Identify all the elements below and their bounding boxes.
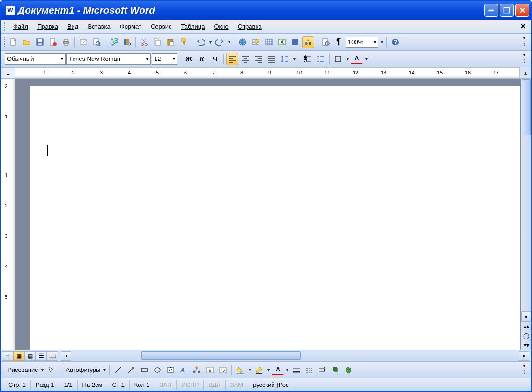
outline-view-button[interactable]: ☰ [36,351,47,361]
outside-border-button[interactable] [332,53,344,65]
document-map-button[interactable] [319,36,332,48]
close-document-button[interactable]: × [517,22,528,31]
align-center-button[interactable] [239,53,251,65]
font-color-button[interactable]: A [351,54,363,64]
insert-picture-button[interactable] [217,364,229,376]
vertical-scrollbar[interactable]: ▾ ▴▴ ◯ ▾▾ [521,79,531,350]
web-layout-view-button[interactable]: ▤ [24,351,36,361]
bold-button[interactable]: Ж [183,53,195,65]
clipart-button[interactable] [204,364,216,376]
line-button[interactable] [112,364,124,376]
fmt-toolbar-options[interactable] [520,53,528,65]
font-color-dropdown[interactable] [364,53,369,65]
horizontal-ruler[interactable]: 1 2 3 4 5 6 7 8 9 10 11 12 13 14 15 16 1… [15,67,520,78]
oval-button[interactable] [151,364,163,376]
align-justify-button[interactable] [266,53,278,65]
autoshapes-dropdown[interactable] [102,364,107,376]
zoom-combo[interactable]: 100%▾ [346,37,378,48]
wordart-button[interactable]: A [177,364,190,376]
draw-toolbar-options[interactable] [520,364,528,376]
numbered-list-button[interactable]: 123 [302,53,314,65]
horizontal-scrollbar[interactable]: ◂ ▸ [61,351,529,361]
drawing-button[interactable] [302,36,314,48]
format-painter-button[interactable] [177,36,190,48]
vertical-ruler[interactable]: 2 1 1 2 3 4 5 [1,79,15,350]
vscroll-thumb[interactable] [522,79,531,135]
menu-window[interactable]: Окно [209,21,233,32]
show-paragraph-button[interactable]: ¶ [332,36,345,48]
font-size-combo[interactable]: 12▾ [152,53,177,65]
insert-excel-button[interactable]: X [276,36,288,48]
underline-button[interactable]: Ч [209,53,221,65]
font-color-button-draw[interactable]: A [272,365,284,375]
style-combo[interactable]: Обычный▾ [5,53,66,65]
scroll-right-button[interactable]: ▸ [519,351,529,361]
line-spacing-button[interactable] [279,53,291,65]
italic-button[interactable]: К [196,53,208,65]
toolbar-grip[interactable] [4,37,6,47]
research-button[interactable] [121,36,133,48]
close-button[interactable]: ✕ [515,4,529,17]
line-color-dropdown[interactable] [266,364,271,376]
toolbar-options[interactable] [520,36,528,48]
select-objects-button[interactable] [45,364,58,376]
dash-style-button[interactable] [303,364,316,376]
email-button[interactable] [77,36,89,48]
print-preview-button[interactable] [90,36,103,48]
next-page-button[interactable]: ▾▾ [521,340,531,350]
status-language[interactable]: русский (Рос [248,380,294,390]
diagram-button[interactable] [191,364,203,376]
permission-button[interactable] [47,36,59,48]
new-document-button[interactable] [7,36,20,48]
menu-view[interactable]: Вид [63,21,83,32]
tables-borders-button[interactable] [250,36,262,48]
fill-color-dropdown[interactable] [247,364,252,376]
rectangle-button[interactable] [138,364,150,376]
menubar-grip[interactable] [4,22,6,31]
status-trk[interactable]: ИСПР [177,380,204,390]
bullet-list-button[interactable] [315,53,327,65]
menu-format[interactable]: Формат [115,21,146,32]
autoshapes-menu[interactable]: Автофигуры [63,364,101,375]
maximize-button[interactable]: ❐ [500,4,514,17]
columns-button[interactable] [289,36,301,48]
browse-object-button[interactable]: ◯ [521,331,531,340]
zoom-dropdown[interactable] [379,36,384,48]
shadow-button[interactable] [330,364,342,376]
open-button[interactable] [21,36,33,48]
print-button[interactable] [60,36,72,48]
redo-dropdown[interactable] [227,36,231,48]
font-combo[interactable]: Times New Roman▾ [66,53,151,65]
status-rec[interactable]: ЗАП [155,380,177,390]
3d-button[interactable] [343,364,355,376]
normal-view-button[interactable]: ≡ [2,351,13,361]
menu-tools[interactable]: Сервис [146,21,177,32]
spellcheck-button[interactable]: ABC [108,36,120,48]
cut-button[interactable] [138,36,150,48]
paste-button[interactable] [164,36,177,48]
menu-edit[interactable]: Правка [33,21,63,32]
status-ext[interactable]: ВДЛ [204,380,226,390]
help-button[interactable]: ? [389,36,401,48]
scroll-up-button[interactable]: ▴ [520,67,531,78]
fill-color-button[interactable] [234,364,246,376]
menu-table[interactable]: Таблица [176,21,209,32]
font-color-dropdown-draw[interactable] [285,364,289,376]
drawing-menu[interactable]: Рисование [5,364,39,375]
align-left-button[interactable] [226,53,238,65]
status-ovr[interactable]: ЗАМ [226,380,248,390]
hscroll-thumb[interactable] [141,351,301,360]
insert-table-button[interactable] [263,36,275,48]
undo-dropdown[interactable] [208,36,213,48]
document-area[interactable] [15,79,521,350]
copy-button[interactable] [151,36,163,48]
hyperlink-button[interactable] [236,36,249,48]
menu-help[interactable]: Справка [233,21,266,32]
align-right-button[interactable] [252,53,265,65]
line-spacing-dropdown[interactable] [292,53,296,65]
reading-view-button[interactable]: 📖 [47,351,58,361]
menu-insert[interactable]: Вставка [83,21,115,32]
redo-button[interactable] [214,36,226,48]
arrow-button[interactable] [125,364,137,376]
titlebar[interactable]: W Документ1 - Microsoft Word ━ ❐ ✕ [1,1,531,20]
